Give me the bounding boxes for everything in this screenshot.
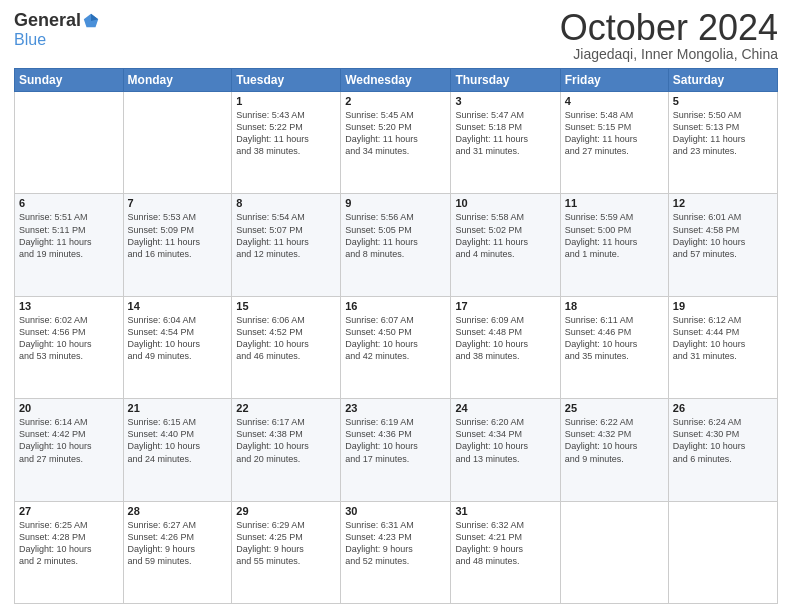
day-number: 7 <box>128 197 228 209</box>
header-monday: Monday <box>123 69 232 92</box>
day-info: Sunrise: 6:11 AM Sunset: 4:46 PM Dayligh… <box>565 314 664 363</box>
calendar-cell: 1Sunrise: 5:43 AM Sunset: 5:22 PM Daylig… <box>232 92 341 194</box>
day-info: Sunrise: 6:24 AM Sunset: 4:30 PM Dayligh… <box>673 416 773 465</box>
calendar-cell: 3Sunrise: 5:47 AM Sunset: 5:18 PM Daylig… <box>451 92 560 194</box>
day-number: 23 <box>345 402 446 414</box>
calendar-cell: 21Sunrise: 6:15 AM Sunset: 4:40 PM Dayli… <box>123 399 232 501</box>
day-number: 29 <box>236 505 336 517</box>
day-number: 9 <box>345 197 446 209</box>
header: General Blue October 2024 Jiagedaqi, Inn… <box>14 10 778 62</box>
day-number: 18 <box>565 300 664 312</box>
calendar-cell <box>668 501 777 603</box>
calendar-cell: 5Sunrise: 5:50 AM Sunset: 5:13 PM Daylig… <box>668 92 777 194</box>
day-info: Sunrise: 5:56 AM Sunset: 5:05 PM Dayligh… <box>345 211 446 260</box>
header-thursday: Thursday <box>451 69 560 92</box>
day-number: 21 <box>128 402 228 414</box>
day-info: Sunrise: 5:43 AM Sunset: 5:22 PM Dayligh… <box>236 109 336 158</box>
day-number: 8 <box>236 197 336 209</box>
title-block: October 2024 Jiagedaqi, Inner Mongolia, … <box>560 10 778 62</box>
day-number: 6 <box>19 197 119 209</box>
day-number: 1 <box>236 95 336 107</box>
day-number: 12 <box>673 197 773 209</box>
day-info: Sunrise: 6:17 AM Sunset: 4:38 PM Dayligh… <box>236 416 336 465</box>
day-info: Sunrise: 5:59 AM Sunset: 5:00 PM Dayligh… <box>565 211 664 260</box>
day-number: 11 <box>565 197 664 209</box>
weekday-header-row: Sunday Monday Tuesday Wednesday Thursday… <box>15 69 778 92</box>
day-number: 30 <box>345 505 446 517</box>
calendar-cell: 31Sunrise: 6:32 AM Sunset: 4:21 PM Dayli… <box>451 501 560 603</box>
calendar-cell: 23Sunrise: 6:19 AM Sunset: 4:36 PM Dayli… <box>341 399 451 501</box>
day-info: Sunrise: 6:01 AM Sunset: 4:58 PM Dayligh… <box>673 211 773 260</box>
calendar-cell <box>123 92 232 194</box>
calendar-cell <box>560 501 668 603</box>
day-number: 15 <box>236 300 336 312</box>
day-info: Sunrise: 6:04 AM Sunset: 4:54 PM Dayligh… <box>128 314 228 363</box>
day-number: 19 <box>673 300 773 312</box>
title-location: Jiagedaqi, Inner Mongolia, China <box>560 46 778 62</box>
day-number: 25 <box>565 402 664 414</box>
day-number: 5 <box>673 95 773 107</box>
calendar-row: 27Sunrise: 6:25 AM Sunset: 4:28 PM Dayli… <box>15 501 778 603</box>
header-sunday: Sunday <box>15 69 124 92</box>
calendar-cell: 7Sunrise: 5:53 AM Sunset: 5:09 PM Daylig… <box>123 194 232 296</box>
day-info: Sunrise: 5:58 AM Sunset: 5:02 PM Dayligh… <box>455 211 555 260</box>
day-info: Sunrise: 6:19 AM Sunset: 4:36 PM Dayligh… <box>345 416 446 465</box>
calendar-row: 20Sunrise: 6:14 AM Sunset: 4:42 PM Dayli… <box>15 399 778 501</box>
calendar-cell: 14Sunrise: 6:04 AM Sunset: 4:54 PM Dayli… <box>123 296 232 398</box>
day-info: Sunrise: 6:31 AM Sunset: 4:23 PM Dayligh… <box>345 519 446 568</box>
calendar-cell: 19Sunrise: 6:12 AM Sunset: 4:44 PM Dayli… <box>668 296 777 398</box>
day-info: Sunrise: 6:27 AM Sunset: 4:26 PM Dayligh… <box>128 519 228 568</box>
calendar-cell: 12Sunrise: 6:01 AM Sunset: 4:58 PM Dayli… <box>668 194 777 296</box>
title-month: October 2024 <box>560 10 778 46</box>
logo-flag-icon <box>82 12 100 30</box>
day-info: Sunrise: 6:09 AM Sunset: 4:48 PM Dayligh… <box>455 314 555 363</box>
day-number: 27 <box>19 505 119 517</box>
day-info: Sunrise: 5:50 AM Sunset: 5:13 PM Dayligh… <box>673 109 773 158</box>
day-info: Sunrise: 5:54 AM Sunset: 5:07 PM Dayligh… <box>236 211 336 260</box>
header-wednesday: Wednesday <box>341 69 451 92</box>
calendar-cell: 25Sunrise: 6:22 AM Sunset: 4:32 PM Dayli… <box>560 399 668 501</box>
header-saturday: Saturday <box>668 69 777 92</box>
day-info: Sunrise: 6:25 AM Sunset: 4:28 PM Dayligh… <box>19 519 119 568</box>
day-info: Sunrise: 5:48 AM Sunset: 5:15 PM Dayligh… <box>565 109 664 158</box>
calendar-cell: 16Sunrise: 6:07 AM Sunset: 4:50 PM Dayli… <box>341 296 451 398</box>
calendar-page: General Blue October 2024 Jiagedaqi, Inn… <box>0 0 792 612</box>
calendar-cell: 11Sunrise: 5:59 AM Sunset: 5:00 PM Dayli… <box>560 194 668 296</box>
day-number: 17 <box>455 300 555 312</box>
calendar-row: 13Sunrise: 6:02 AM Sunset: 4:56 PM Dayli… <box>15 296 778 398</box>
calendar-cell: 22Sunrise: 6:17 AM Sunset: 4:38 PM Dayli… <box>232 399 341 501</box>
calendar-cell: 10Sunrise: 5:58 AM Sunset: 5:02 PM Dayli… <box>451 194 560 296</box>
calendar-cell: 6Sunrise: 5:51 AM Sunset: 5:11 PM Daylig… <box>15 194 124 296</box>
logo-blue-text: Blue <box>14 31 46 48</box>
day-info: Sunrise: 6:02 AM Sunset: 4:56 PM Dayligh… <box>19 314 119 363</box>
day-number: 10 <box>455 197 555 209</box>
calendar-cell: 17Sunrise: 6:09 AM Sunset: 4:48 PM Dayli… <box>451 296 560 398</box>
day-info: Sunrise: 6:32 AM Sunset: 4:21 PM Dayligh… <box>455 519 555 568</box>
calendar-row: 1Sunrise: 5:43 AM Sunset: 5:22 PM Daylig… <box>15 92 778 194</box>
calendar-cell: 18Sunrise: 6:11 AM Sunset: 4:46 PM Dayli… <box>560 296 668 398</box>
calendar-cell: 20Sunrise: 6:14 AM Sunset: 4:42 PM Dayli… <box>15 399 124 501</box>
logo: General Blue <box>14 10 100 49</box>
calendar-cell: 28Sunrise: 6:27 AM Sunset: 4:26 PM Dayli… <box>123 501 232 603</box>
day-info: Sunrise: 6:12 AM Sunset: 4:44 PM Dayligh… <box>673 314 773 363</box>
day-number: 3 <box>455 95 555 107</box>
header-tuesday: Tuesday <box>232 69 341 92</box>
day-number: 26 <box>673 402 773 414</box>
day-info: Sunrise: 5:53 AM Sunset: 5:09 PM Dayligh… <box>128 211 228 260</box>
calendar-row: 6Sunrise: 5:51 AM Sunset: 5:11 PM Daylig… <box>15 194 778 296</box>
day-number: 16 <box>345 300 446 312</box>
day-info: Sunrise: 6:14 AM Sunset: 4:42 PM Dayligh… <box>19 416 119 465</box>
day-number: 31 <box>455 505 555 517</box>
day-info: Sunrise: 6:22 AM Sunset: 4:32 PM Dayligh… <box>565 416 664 465</box>
day-info: Sunrise: 6:06 AM Sunset: 4:52 PM Dayligh… <box>236 314 336 363</box>
calendar-cell: 15Sunrise: 6:06 AM Sunset: 4:52 PM Dayli… <box>232 296 341 398</box>
day-number: 14 <box>128 300 228 312</box>
calendar-cell: 27Sunrise: 6:25 AM Sunset: 4:28 PM Dayli… <box>15 501 124 603</box>
day-info: Sunrise: 6:20 AM Sunset: 4:34 PM Dayligh… <box>455 416 555 465</box>
calendar-cell: 13Sunrise: 6:02 AM Sunset: 4:56 PM Dayli… <box>15 296 124 398</box>
calendar-table: Sunday Monday Tuesday Wednesday Thursday… <box>14 68 778 604</box>
calendar-cell: 24Sunrise: 6:20 AM Sunset: 4:34 PM Dayli… <box>451 399 560 501</box>
calendar-cell: 2Sunrise: 5:45 AM Sunset: 5:20 PM Daylig… <box>341 92 451 194</box>
day-number: 2 <box>345 95 446 107</box>
day-info: Sunrise: 6:07 AM Sunset: 4:50 PM Dayligh… <box>345 314 446 363</box>
